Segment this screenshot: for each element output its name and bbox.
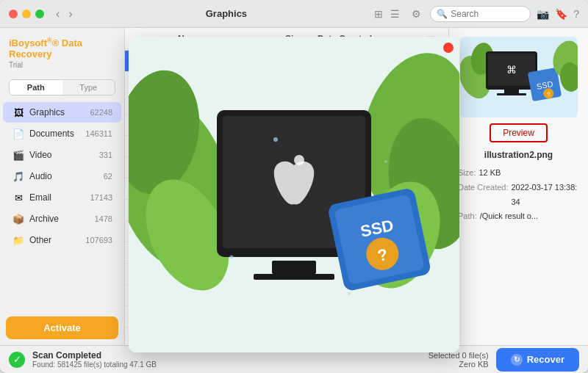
app-name: iBoysoft®® Data Recovery bbox=[9, 37, 115, 59]
trial-badge: Trial bbox=[9, 61, 115, 69]
search-box: 🔍 bbox=[430, 6, 531, 22]
svg-rect-6 bbox=[504, 90, 519, 93]
graphics-icon: 🖼 bbox=[12, 106, 25, 119]
svg-text:⌘: ⌘ bbox=[506, 64, 517, 76]
sidebar-item-other[interactable]: 📁 Other 107693 bbox=[3, 230, 121, 250]
sidebar-item-audio[interactable]: 🎵 Audio 62 bbox=[3, 166, 121, 186]
traffic-lights bbox=[9, 10, 44, 18]
size-value: 12 KB bbox=[478, 166, 501, 181]
date-label: Date Created: bbox=[458, 181, 508, 210]
sidebar-item-archive[interactable]: 📦 Archive 1478 bbox=[3, 209, 121, 229]
size-label: Size: bbox=[458, 166, 476, 181]
camera-icon[interactable]: 📷 bbox=[537, 8, 549, 20]
svg-rect-22 bbox=[254, 274, 334, 280]
sidebar-item-video[interactable]: 🎬 Video 331 bbox=[3, 145, 121, 165]
filter-button[interactable]: ⚙ bbox=[409, 7, 424, 21]
close-button[interactable] bbox=[9, 10, 18, 18]
meta-row-path: Path: /Quick result o... bbox=[458, 209, 579, 224]
sidebar-count-graphics: 62248 bbox=[90, 108, 112, 117]
email-icon: ✉ bbox=[12, 191, 25, 204]
search-input[interactable] bbox=[451, 9, 524, 19]
svg-rect-21 bbox=[272, 261, 316, 274]
help-icon[interactable]: ? bbox=[573, 8, 579, 20]
sidebar-label-graphics: Graphics bbox=[29, 107, 90, 117]
sidebar-count-other: 107693 bbox=[85, 236, 112, 245]
list-view-button[interactable]: ☰ bbox=[387, 7, 403, 21]
audio-icon: 🎵 bbox=[12, 170, 25, 183]
nav-back-button[interactable]: ‹ bbox=[53, 7, 62, 21]
meta-row-size: Size: 12 KB bbox=[458, 166, 579, 181]
svg-point-32 bbox=[384, 160, 387, 163]
search-icon: 🔍 bbox=[437, 9, 448, 19]
selected-info: Selected 0 file(s) Zero KB bbox=[429, 351, 489, 369]
toolbar-right: ⊞ ☰ ⚙ 🔍 📷 🔖 ? bbox=[371, 6, 579, 22]
sidebar-count-archive: 1478 bbox=[95, 214, 112, 223]
meta-row-date: Date Created: 2022-03-17 13:38:34 bbox=[458, 181, 579, 210]
sidebar-label-email: Email bbox=[29, 192, 90, 203]
preview-meta: Size: 12 KB Date Created: 2022-03-17 13:… bbox=[458, 166, 579, 224]
archive-icon: 📦 bbox=[12, 212, 25, 225]
sidebar-item-email[interactable]: ✉ Email 17143 bbox=[3, 187, 121, 208]
center-preview-overlay: SSD ? bbox=[129, 37, 459, 352]
sidebar-item-graphics[interactable]: 🖼 Graphics 62248 bbox=[3, 102, 121, 123]
sidebar-count-documents: 146311 bbox=[85, 129, 112, 138]
tab-switcher: Path Type bbox=[9, 79, 115, 95]
view-toggle: ⊞ ☰ bbox=[371, 7, 403, 21]
thumbnail-svg: ⌘ SSD ? bbox=[460, 37, 578, 117]
breadcrumb-title: Graphics bbox=[82, 8, 372, 19]
documents-icon: 📄 bbox=[12, 127, 25, 140]
close-dot[interactable] bbox=[443, 43, 453, 53]
path-value: /Quick result o... bbox=[480, 209, 538, 224]
selected-size-label: Zero KB bbox=[429, 360, 489, 369]
titlebar: ‹ › Graphics ⊞ ☰ ⚙ 🔍 📷 🔖 ? bbox=[0, 0, 588, 28]
minimize-button[interactable] bbox=[22, 10, 31, 18]
scan-complete-icon: ✓ bbox=[9, 352, 25, 368]
tab-path[interactable]: Path bbox=[10, 80, 62, 95]
bookmark-icon[interactable]: 🔖 bbox=[555, 8, 567, 20]
sidebar-label-audio: Audio bbox=[29, 171, 104, 181]
sidebar-count-video: 331 bbox=[99, 151, 112, 159]
app-name-brand: iBoysoft bbox=[9, 37, 47, 48]
grid-view-button[interactable]: ⊞ bbox=[371, 7, 386, 21]
preview-thumbnail: ⌘ SSD ? bbox=[460, 37, 578, 117]
recover-button[interactable]: ↻ Recover bbox=[496, 348, 579, 372]
activate-button[interactable]: Activate bbox=[6, 316, 118, 339]
sidebar-items: 🖼 Graphics 62248 📄 Documents 146311 🎬 Vi… bbox=[0, 101, 124, 311]
center-preview-image: SSD ? bbox=[129, 37, 459, 352]
scan-text: Scan Completed Found: 581425 file(s) tot… bbox=[32, 350, 421, 369]
recover-label: Recover bbox=[527, 354, 564, 365]
maximize-button[interactable] bbox=[35, 10, 44, 18]
sidebar-count-audio: 62 bbox=[104, 172, 112, 181]
svg-rect-7 bbox=[497, 93, 526, 95]
check-icon: ✓ bbox=[13, 354, 21, 365]
path-label: Path: bbox=[458, 209, 477, 224]
sidebar-label-video: Video bbox=[29, 150, 99, 160]
sidebar-label-archive: Archive bbox=[29, 214, 95, 224]
nav-buttons: ‹ › bbox=[53, 7, 76, 21]
sidebar-header: iBoysoft®® Data Recovery Trial bbox=[0, 28, 124, 73]
sidebar: iBoysoft®® Data Recovery Trial Path Type… bbox=[0, 28, 125, 345]
scan-sub: Found: 581425 file(s) totaling 47.1 GB bbox=[32, 361, 421, 369]
other-icon: 📁 bbox=[12, 233, 25, 247]
date-value: 2022-03-17 13:38:34 bbox=[511, 181, 579, 210]
svg-point-25 bbox=[294, 155, 304, 165]
preview-button[interactable]: Preview bbox=[490, 123, 548, 142]
sidebar-label-documents: Documents bbox=[29, 128, 85, 139]
sidebar-count-email: 17143 bbox=[90, 193, 112, 202]
preview-panel: ⌘ SSD ? Preview illustration2.png Siz bbox=[448, 28, 588, 345]
svg-point-34 bbox=[348, 292, 351, 295]
svg-point-31 bbox=[273, 137, 278, 142]
recover-circle-icon: ↻ bbox=[511, 354, 523, 366]
preview-filename: illustration2.png bbox=[484, 150, 553, 160]
sidebar-label-other: Other bbox=[29, 235, 85, 245]
app-name-registered: ® bbox=[47, 37, 52, 44]
nav-forward-button[interactable]: › bbox=[65, 7, 75, 21]
main-preview-svg: SSD ? bbox=[129, 37, 459, 352]
sidebar-activate: Activate bbox=[6, 316, 118, 339]
svg-point-33 bbox=[230, 256, 234, 259]
sidebar-item-documents[interactable]: 📄 Documents 146311 bbox=[3, 123, 121, 144]
tab-type[interactable]: Type bbox=[62, 80, 115, 95]
video-icon: 🎬 bbox=[12, 148, 25, 162]
